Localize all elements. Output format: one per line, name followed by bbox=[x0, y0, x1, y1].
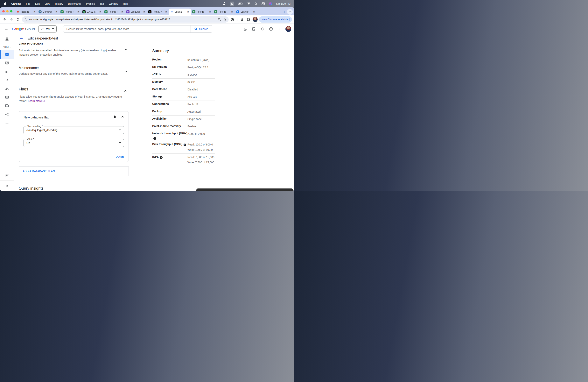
choose-flag-select[interactable]: Choose a flag * cloudsql.logical_decodin… bbox=[23, 126, 124, 134]
tab-close-icon[interactable]: ✕ bbox=[231, 10, 233, 13]
sidebar-item-operations[interactable] bbox=[0, 119, 14, 127]
tab-close-icon[interactable]: ✕ bbox=[165, 10, 168, 13]
expand-section-button[interactable] bbox=[124, 189, 128, 191]
done-button[interactable]: DONE bbox=[116, 155, 124, 158]
side-panel-icon[interactable] bbox=[246, 17, 252, 22]
tab[interactable]: PPeerdb (✕ bbox=[213, 9, 235, 15]
battery-icon[interactable] bbox=[238, 2, 243, 5]
sidebar-item-connections[interactable] bbox=[0, 76, 14, 85]
account-avatar[interactable] bbox=[285, 26, 291, 32]
search-button-label: Search bbox=[199, 27, 209, 31]
tab-close-icon[interactable]: ✕ bbox=[209, 10, 211, 13]
sidebar-item-users[interactable] bbox=[0, 85, 14, 93]
console-search-input[interactable] bbox=[63, 27, 190, 31]
wifi-icon[interactable] bbox=[247, 2, 251, 5]
chrome-update-button[interactable]: New Chrome available bbox=[259, 16, 292, 22]
help-icon[interactable]: ? bbox=[184, 144, 186, 146]
zoom-page-icon[interactable] bbox=[217, 17, 222, 22]
menubar-app-name[interactable]: Chrome bbox=[11, 2, 21, 5]
tab-close-icon[interactable]: ✕ bbox=[187, 10, 189, 13]
spotlight-icon[interactable] bbox=[254, 2, 257, 5]
site-info-icon[interactable] bbox=[24, 18, 27, 21]
control-center-icon[interactable] bbox=[262, 2, 265, 5]
tab-close-icon[interactable]: ✕ bbox=[121, 10, 124, 13]
tab-close-icon[interactable]: ✕ bbox=[99, 10, 102, 13]
back-arrow-button[interactable] bbox=[19, 36, 23, 41]
help-icon[interactable]: ? bbox=[153, 137, 156, 140]
expand-section-button[interactable] bbox=[124, 47, 128, 51]
tab[interactable]: XHome / X✕ bbox=[147, 9, 169, 15]
address-bar[interactable]: console.cloud.google.com/sql/instances/s… bbox=[22, 16, 229, 22]
collapse-flag-card-button[interactable] bbox=[121, 115, 125, 119]
sidebar-item-backups[interactable] bbox=[0, 102, 14, 110]
delete-flag-button[interactable] bbox=[113, 115, 116, 119]
tab-close-icon[interactable]: ✕ bbox=[252, 10, 255, 13]
sidebar-item-system-insights[interactable] bbox=[0, 67, 14, 76]
tab[interactable]: PPeerdb (✕ bbox=[59, 9, 81, 15]
expand-section-button[interactable] bbox=[124, 69, 128, 74]
collapse-section-button[interactable] bbox=[124, 89, 128, 93]
bookmark-star-icon[interactable] bbox=[222, 17, 228, 22]
add-database-flag-button[interactable]: ADD A DATABASE FLAG bbox=[19, 167, 129, 176]
learn-more-link[interactable]: Learn more bbox=[28, 99, 45, 103]
tab-close-icon[interactable]: ✕ bbox=[143, 10, 146, 13]
menubar-item[interactable]: Profiles bbox=[86, 2, 95, 5]
minimize-window-button[interactable] bbox=[6, 10, 9, 12]
zoom-window-button[interactable] bbox=[10, 10, 12, 12]
menubar-item[interactable]: Window bbox=[109, 2, 118, 5]
flag-value-select[interactable]: Value * On bbox=[23, 139, 124, 147]
url-text[interactable]: console.cloud.google.com/sql/instances/s… bbox=[29, 18, 217, 21]
siri-icon[interactable] bbox=[269, 2, 272, 5]
tab-close-icon[interactable]: ✕ bbox=[33, 10, 36, 13]
media-player-bar[interactable] bbox=[196, 189, 293, 191]
tab[interactable]: MInbox (5✕ bbox=[15, 9, 37, 15]
project-picker-button[interactable]: test bbox=[38, 25, 57, 32]
cloud-shell-icon[interactable] bbox=[251, 26, 257, 32]
tab[interactable]: Editing "✕ bbox=[235, 9, 257, 15]
tab[interactable]: PPeerdb (✕ bbox=[103, 9, 125, 15]
menubar-item[interactable]: History bbox=[55, 2, 63, 5]
sidebar-item-replicas[interactable] bbox=[0, 110, 14, 119]
tab[interactable]: DAISDAIS24 (✕ bbox=[81, 9, 103, 15]
tab-close-icon[interactable]: ✕ bbox=[77, 10, 80, 13]
help-icon[interactable]: ? bbox=[160, 156, 163, 159]
section-divider bbox=[19, 61, 129, 61]
release-notes-icon[interactable] bbox=[242, 26, 249, 32]
tab[interactable]: DLog Expl✕ bbox=[125, 9, 147, 15]
notifications-bell-icon[interactable] bbox=[259, 26, 266, 32]
tab-close-icon[interactable]: ✕ bbox=[55, 10, 58, 13]
tab-search-button[interactable] bbox=[287, 9, 293, 15]
help-icon[interactable]: ? bbox=[268, 26, 274, 32]
sidebar-item-overview[interactable] bbox=[0, 50, 14, 59]
menubar-item[interactable]: Help bbox=[123, 2, 128, 5]
app-menulet-icon[interactable] bbox=[230, 1, 234, 6]
sidebar-release-notes[interactable] bbox=[0, 170, 14, 180]
console-search-bar[interactable]: Search bbox=[63, 25, 212, 33]
navigation-menu-icon[interactable] bbox=[3, 26, 9, 32]
close-window-button[interactable] bbox=[2, 10, 5, 12]
menubar-item[interactable]: Bookmarks bbox=[68, 2, 81, 5]
google-cloud-logo[interactable]: Google Cloud bbox=[12, 27, 35, 31]
menubar-item[interactable]: View bbox=[44, 2, 50, 5]
sidebar-item-databases[interactable] bbox=[0, 93, 14, 102]
sidebar-collapse-button[interactable] bbox=[0, 180, 14, 191]
browser-profile-avatar[interactable] bbox=[252, 17, 258, 22]
more-options-kebab-icon[interactable] bbox=[276, 26, 283, 32]
menubar-item[interactable]: Edit bbox=[35, 2, 40, 5]
tab[interactable]: PConferen✕ bbox=[37, 9, 59, 15]
back-button[interactable] bbox=[2, 17, 7, 22]
tab-active[interactable]: Edit sai-✕ bbox=[169, 9, 191, 15]
extensions-icon[interactable] bbox=[230, 17, 235, 22]
menubar-item[interactable]: File bbox=[26, 2, 30, 5]
apple-menu-icon[interactable] bbox=[3, 2, 6, 5]
menubar-item[interactable]: Tab bbox=[100, 2, 104, 5]
browser-menu-icon[interactable] bbox=[290, 18, 290, 21]
reload-button[interactable] bbox=[15, 17, 21, 22]
stats-menulet-icon[interactable] bbox=[223, 2, 226, 5]
sidebar-item-monitoring[interactable] bbox=[0, 59, 14, 67]
forward-button[interactable] bbox=[9, 17, 14, 22]
new-tab-button[interactable]: + bbox=[282, 9, 287, 15]
tab[interactable]: PPeerdb (✕ bbox=[191, 9, 213, 15]
downloads-icon[interactable] bbox=[239, 17, 245, 22]
console-search-button[interactable]: Search bbox=[190, 25, 212, 32]
